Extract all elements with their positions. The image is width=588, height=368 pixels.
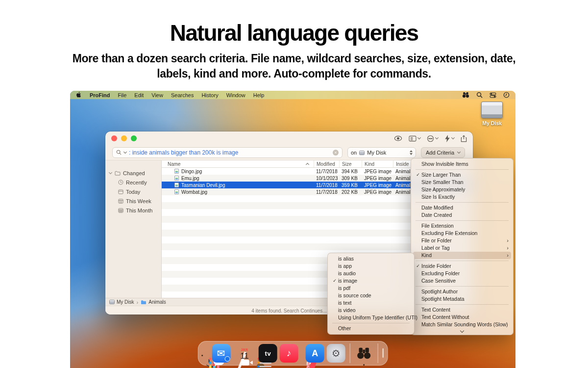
- clock-icon[interactable]: [503, 92, 510, 98]
- menu-item-size-larger-than[interactable]: ✓Size Larger Than: [413, 171, 511, 179]
- share-icon[interactable]: [461, 135, 467, 142]
- menu-separator: [416, 261, 509, 261]
- menu-item-size-smaller-than[interactable]: Size Smaller Than: [413, 179, 511, 186]
- apple-menu-icon[interactable]: [76, 91, 82, 99]
- add-criteria-button[interactable]: Add Criteria: [421, 147, 465, 158]
- actions-bolt-icon[interactable]: [444, 135, 454, 142]
- menu-item-show-invisible-items[interactable]: Show Invisible Items: [413, 160, 511, 168]
- menu-item-spotlight-metadata[interactable]: Spotlight Metadata: [413, 295, 511, 303]
- menu-item-date-modified[interactable]: Date Modified: [413, 204, 511, 211]
- menubar-item-window[interactable]: Window: [226, 92, 245, 98]
- menubar-app-name[interactable]: ProFind: [90, 92, 110, 98]
- path-folder[interactable]: Animals: [148, 299, 166, 305]
- desktop-disk-icon[interactable]: My Disk: [476, 102, 508, 126]
- search-options-chevron-icon[interactable]: [123, 150, 127, 154]
- menu-item-inside-folder[interactable]: ✓Inside Folder: [413, 263, 511, 270]
- search-query-text[interactable]: : inside animals bigger than 200k is ima…: [129, 149, 330, 156]
- today-icon: [119, 189, 123, 193]
- menu-item-spotlight-author[interactable]: Spotlight Author: [413, 288, 511, 295]
- column-header-modified[interactable]: Modified: [314, 160, 339, 167]
- column-header-kind[interactable]: Kind: [362, 160, 393, 167]
- scope-volume: My Disk: [367, 150, 386, 156]
- menu-item-text-content[interactable]: Text Content: [413, 306, 511, 314]
- disk-mini-icon: [109, 300, 115, 304]
- menu-item-size-is-exactly[interactable]: Size Is Exactly: [413, 193, 511, 201]
- scope-prefix: on: [351, 150, 357, 156]
- submenu-item-is-app[interactable]: is app: [330, 263, 412, 270]
- menu-item-file-extension[interactable]: File Extension: [413, 222, 511, 230]
- hero-section: Natural language queries More than a doz…: [0, 0, 588, 91]
- check-icon: ✓: [331, 278, 338, 284]
- dock-tv-icon[interactable]: tv: [259, 344, 277, 363]
- menu-item-match-similar-sounding-words[interactable]: Match Similar Sounding Words (Slow): [413, 321, 511, 328]
- dock: ✉ JAN11 tv ♪ A ⚙: [197, 341, 388, 366]
- disclosure-chevron-icon[interactable]: [109, 170, 112, 174]
- dock-trash-icon[interactable]: [383, 348, 384, 358]
- dock-calendar-icon[interactable]: JAN11: [240, 348, 249, 361]
- clear-search-icon[interactable]: ×: [333, 150, 339, 156]
- menu-item-text-content-without[interactable]: Text Content Without: [413, 314, 511, 321]
- dock-music-icon[interactable]: ♪: [280, 344, 298, 363]
- menu-item-excluding-folder[interactable]: Excluding Folder: [413, 270, 511, 277]
- submenu-item-is-image[interactable]: ✓is image: [330, 277, 412, 285]
- menubar-item-view[interactable]: View: [151, 92, 163, 98]
- menu-separator: [332, 323, 410, 323]
- column-header-size[interactable]: Size: [339, 160, 362, 167]
- binoculars-icon[interactable]: [462, 92, 469, 98]
- calendar-icon: [119, 208, 123, 212]
- submenu-item-other[interactable]: Other: [330, 325, 412, 332]
- window-toolbar: [394, 135, 467, 142]
- search-magnifier-icon[interactable]: [116, 148, 122, 157]
- menu-item-date-created[interactable]: Date Created: [413, 211, 511, 219]
- folder-icon: [115, 171, 120, 175]
- menu-separator: [416, 202, 509, 203]
- menubar-item-history[interactable]: History: [201, 92, 218, 98]
- menu-item-excluding-file-extension[interactable]: Excluding File Extension: [413, 230, 511, 237]
- minimize-button[interactable]: [121, 135, 127, 141]
- sidebar-item-recently[interactable]: Recently: [105, 178, 161, 187]
- menu-item-kind[interactable]: Kind›: [413, 252, 511, 259]
- menubar-item-help[interactable]: Help: [253, 92, 265, 98]
- sidebar-item-today[interactable]: Today: [105, 187, 161, 196]
- sidebar-item-this-week[interactable]: This Week: [105, 196, 161, 206]
- submenu-item-is-alias[interactable]: is alias: [330, 255, 412, 263]
- path-volume[interactable]: My Disk: [117, 299, 134, 305]
- submenu-item-is-pdf[interactable]: is pdf: [330, 285, 412, 292]
- zoom-button[interactable]: [131, 135, 137, 141]
- sidebar-item-changed[interactable]: Changed: [105, 168, 161, 178]
- menubar-item-edit[interactable]: Edit: [134, 92, 144, 98]
- path-separator: ›: [137, 299, 139, 305]
- close-button[interactable]: [111, 135, 117, 141]
- title-bar[interactable]: [105, 131, 473, 145]
- menubar-item-searches[interactable]: Searches: [171, 92, 194, 98]
- menu-scroll-down-icon[interactable]: [413, 328, 511, 333]
- submenu-item-using-uti[interactable]: Using Uniform Type Identifier (UTI): [330, 314, 412, 321]
- jpeg-file-icon: [174, 183, 179, 187]
- desktop: ProFind File Edit View Searches History …: [70, 91, 515, 368]
- dock-divider: [350, 343, 350, 363]
- menu-item-size-approximately[interactable]: Size Approximately: [413, 186, 511, 193]
- dock-profind-icon[interactable]: [355, 344, 373, 363]
- list-view-icon[interactable]: [409, 135, 420, 142]
- sidebar-item-this-month[interactable]: This Month: [105, 206, 161, 215]
- control-center-icon[interactable]: [490, 92, 496, 98]
- submenu-item-is-audio[interactable]: is audio: [330, 270, 412, 277]
- dock-settings-icon[interactable]: ⚙: [327, 344, 345, 363]
- menu-item-case-sensitive[interactable]: Case Sensitive: [413, 277, 511, 285]
- menu-item-label-or-tag[interactable]: Label or Tag›: [413, 244, 511, 252]
- menu-item-file-or-folder[interactable]: File or Folder›: [413, 237, 511, 244]
- preview-eye-icon[interactable]: [394, 135, 402, 141]
- more-circle-icon[interactable]: [427, 135, 438, 142]
- check-icon: ✓: [415, 172, 421, 178]
- menubar-item-file[interactable]: File: [118, 92, 127, 98]
- column-header-name[interactable]: Name: [162, 160, 314, 167]
- search-input[interactable]: : inside animals bigger than 200k is ima…: [112, 147, 343, 158]
- submenu-item-is-text[interactable]: is text: [330, 299, 412, 307]
- spotlight-search-icon[interactable]: [476, 92, 483, 98]
- disk-mini-icon: [359, 151, 365, 155]
- traffic-lights: [111, 135, 137, 141]
- scope-popup[interactable]: on My Disk: [347, 147, 416, 158]
- submenu-item-is-video[interactable]: is video: [330, 307, 412, 314]
- submenu-item-is-source-code[interactable]: is source code: [330, 292, 412, 299]
- dock-appstore-icon[interactable]: A: [306, 344, 324, 363]
